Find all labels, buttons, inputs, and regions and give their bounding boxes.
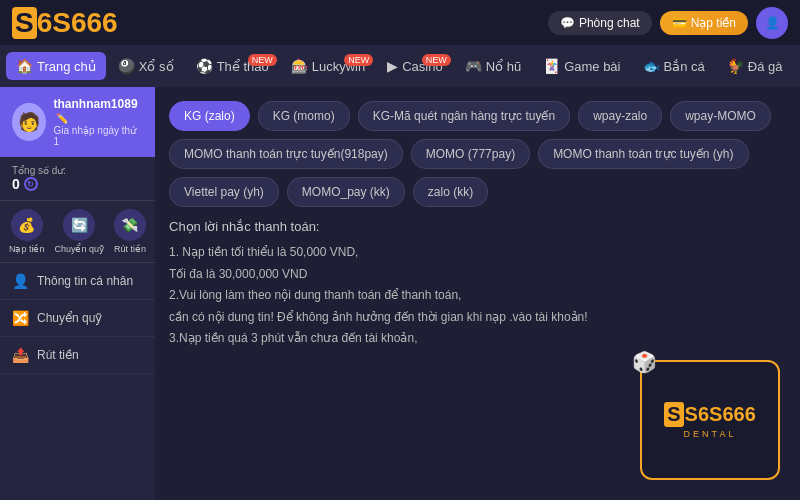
payment-btn-kg-ma-quet[interactable]: KG-Mã quét ngân hàng trực tuyến <box>358 101 570 131</box>
navbar: 🏠Trang chủ🎱Xổ số⚽Thể thaoNEW🎰LuckywinNEW… <box>0 45 800 87</box>
nav-icon-game-bai: 🃏 <box>543 58 560 74</box>
nav-item-no-hu[interactable]: 🎮Nổ hũ <box>455 52 531 80</box>
chat-icon: 💬 <box>560 16 575 30</box>
sidebar-menu-icon-thong-tin: 👤 <box>12 273 29 289</box>
logo: S 6S666 <box>12 7 118 39</box>
sidebar: 🧑 thanhnam1089 ✏️ Gia nhập ngày thứ 1 Tổ… <box>0 87 155 500</box>
nav-badge-the-thao: NEW <box>248 54 277 66</box>
join-day: Gia nhập ngày thứ 1 <box>54 125 143 147</box>
quick-action-icon-chuyen-quy: 🔄 <box>63 209 95 241</box>
logo-text: 6S666 <box>37 7 118 39</box>
balance-value: 0 ↻ <box>12 176 143 192</box>
deposit-button[interactable]: 💳 Nạp tiền <box>660 11 748 35</box>
header-right: 💬 Phòng chat 💳 Nạp tiền 👤 <box>548 7 788 39</box>
info-list: 1. Nạp tiền tối thiểu là 50,000 VND,Tối … <box>169 242 786 350</box>
payment-btn-wpay-zalo[interactable]: wpay-zalo <box>578 101 662 131</box>
avatar: 🧑 <box>12 103 46 141</box>
user-info: thanhnam1089 ✏️ Gia nhập ngày thứ 1 <box>54 97 143 147</box>
nav-icon-the-thao: ⚽ <box>196 58 213 74</box>
balance-section: Tổng số dư: 0 ↻ <box>0 157 155 201</box>
payment-btn-momo-777pay[interactable]: MOMO (777pay) <box>411 139 530 169</box>
refresh-button[interactable]: ↻ <box>24 177 38 191</box>
sidebar-menu-label-thong-tin: Thông tin cá nhân <box>37 274 133 288</box>
balance-label: Tổng số dư: <box>12 165 143 176</box>
nav-item-casino[interactable]: ▶CasinoNEW <box>377 52 452 80</box>
info-section: Chọn lời nhắc thanh toán: 1. Nạp tiền tố… <box>169 219 786 350</box>
nav-label-no-hu: Nổ hũ <box>486 59 521 74</box>
watermark-logo: S S6S666 <box>664 402 756 427</box>
nav-label-xo-so: Xổ số <box>139 59 174 74</box>
nav-icon-no-hu: 🎮 <box>465 58 482 74</box>
logo-s: S <box>12 7 37 39</box>
sidebar-menu-rut-tien-menu[interactable]: 📤Rút tiền <box>0 337 155 374</box>
nav-badge-casino: NEW <box>422 54 451 66</box>
watermark-sub: DENTAL <box>684 429 737 439</box>
quick-action-label-chuyen-quy: Chuyển quỹ <box>54 244 104 254</box>
quick-action-icon-nap-tien: 💰 <box>11 209 43 241</box>
sidebar-menu-label-rut-tien-menu: Rút tiền <box>37 348 79 362</box>
nav-item-da-ga[interactable]: 🐓Đá gà <box>717 52 793 80</box>
quick-action-rut-tien[interactable]: 💸Rút tiền <box>114 209 146 254</box>
watermark-s: S <box>664 402 683 427</box>
quick-action-chuyen-quy[interactable]: 🔄Chuyển quỹ <box>54 209 104 254</box>
payment-btn-momo-yh[interactable]: MOMO thanh toán trực tuyến (yh) <box>538 139 748 169</box>
sidebar-menu-icon-chuyen-quy-menu: 🔀 <box>12 310 29 326</box>
nav-icon-luckywin: 🎰 <box>291 58 308 74</box>
quick-action-label-rut-tien: Rút tiền <box>114 244 146 254</box>
header: S 6S666 💬 Phòng chat 💳 Nạp tiền 👤 <box>0 0 800 45</box>
username-text: thanhnam1089 <box>54 97 138 111</box>
chat-button[interactable]: 💬 Phòng chat <box>548 11 652 35</box>
nav-label-game-bai: Game bài <box>564 59 620 74</box>
nav-item-xo-so[interactable]: 🎱Xổ số <box>108 52 184 80</box>
info-list-item: 3.Nạp tiền quá 3 phút vẫn chưa đến tài k… <box>169 328 786 350</box>
quick-actions: 💰Nạp tiền🔄Chuyển quỹ💸Rút tiền <box>0 201 155 263</box>
quick-action-nap-tien[interactable]: 💰Nạp tiền <box>9 209 45 254</box>
sidebar-menu-icon-rut-tien-menu: 📤 <box>12 347 29 363</box>
dice-icon: 🎲 <box>632 350 657 374</box>
nav-label-da-ga: Đá gà <box>748 59 783 74</box>
nav-item-the-thao[interactable]: ⚽Thể thaoNEW <box>186 52 279 80</box>
payment-methods: KG (zalo)KG (momo)KG-Mã quét ngân hàng t… <box>169 101 786 207</box>
nav-label-trang-chu: Trang chủ <box>37 59 96 74</box>
nav-label-ban-ca: Bắn cá <box>664 59 705 74</box>
payment-btn-kg-momo[interactable]: KG (momo) <box>258 101 350 131</box>
nav-icon-ban-ca: 🐟 <box>643 58 660 74</box>
sidebar-menu: 👤Thông tin cá nhân🔀Chuyển quỹ📤Rút tiền <box>0 263 155 374</box>
quick-action-label-nap-tien: Nạp tiền <box>9 244 45 254</box>
nav-item-game-bai[interactable]: 🃏Game bài <box>533 52 630 80</box>
username: thanhnam1089 ✏️ <box>54 97 143 125</box>
sidebar-menu-label-chuyen-quy-menu: Chuyển quỹ <box>37 311 102 325</box>
sidebar-menu-thong-tin[interactable]: 👤Thông tin cá nhân <box>0 263 155 300</box>
nav-icon-trang-chu: 🏠 <box>16 58 33 74</box>
nav-item-luckywin[interactable]: 🎰LuckywinNEW <box>281 52 375 80</box>
quick-action-icon-rut-tien: 💸 <box>114 209 146 241</box>
nav-badge-luckywin: NEW <box>344 54 373 66</box>
nav-icon-xo-so: 🎱 <box>118 58 135 74</box>
nav-item-ban-ca[interactable]: 🐟Bắn cá <box>633 52 715 80</box>
edit-icon[interactable]: ✏️ <box>56 113 68 124</box>
logo-watermark: 🎲 S S6S666 DENTAL <box>640 360 780 480</box>
payment-btn-kg-zalo[interactable]: KG (zalo) <box>169 101 250 131</box>
user-avatar-button[interactable]: 👤 <box>756 7 788 39</box>
sidebar-menu-chuyen-quy-menu[interactable]: 🔀Chuyển quỹ <box>0 300 155 337</box>
info-list-item: 2.Vui lòng làm theo nội dung thanh toán … <box>169 285 786 307</box>
nav-item-trang-chu[interactable]: 🏠Trang chủ <box>6 52 106 80</box>
watermark-text: S6S666 <box>685 403 756 426</box>
payment-btn-momo-918pay[interactable]: MOMO thanh toán trực tuyến(918pay) <box>169 139 403 169</box>
payment-btn-viettel-yh[interactable]: Viettel pay (yh) <box>169 177 279 207</box>
deposit-icon: 💳 <box>672 16 687 30</box>
nav-icon-da-ga: 🐓 <box>727 58 744 74</box>
info-label: Chọn lời nhắc thanh toán: <box>169 219 786 234</box>
user-card: 🧑 thanhnam1089 ✏️ Gia nhập ngày thứ 1 <box>0 87 155 157</box>
user-icon: 👤 <box>765 16 780 30</box>
payment-btn-zalo-kk[interactable]: zalo (kk) <box>413 177 488 207</box>
info-list-item: cần có nội dung tin! Để không ảnh hưởng … <box>169 307 786 329</box>
payment-btn-wpay-momo[interactable]: wpay-MOMO <box>670 101 771 131</box>
nav-icon-casino: ▶ <box>387 58 398 74</box>
payment-btn-momo-kk[interactable]: MOMO_pay (kk) <box>287 177 405 207</box>
deposit-label: Nạp tiền <box>691 16 736 30</box>
info-list-item: Tối đa là 30,000,000 VND <box>169 264 786 286</box>
info-list-item: 1. Nạp tiền tối thiểu là 50,000 VND, <box>169 242 786 264</box>
chat-label: Phòng chat <box>579 16 640 30</box>
balance-amount: 0 <box>12 176 20 192</box>
